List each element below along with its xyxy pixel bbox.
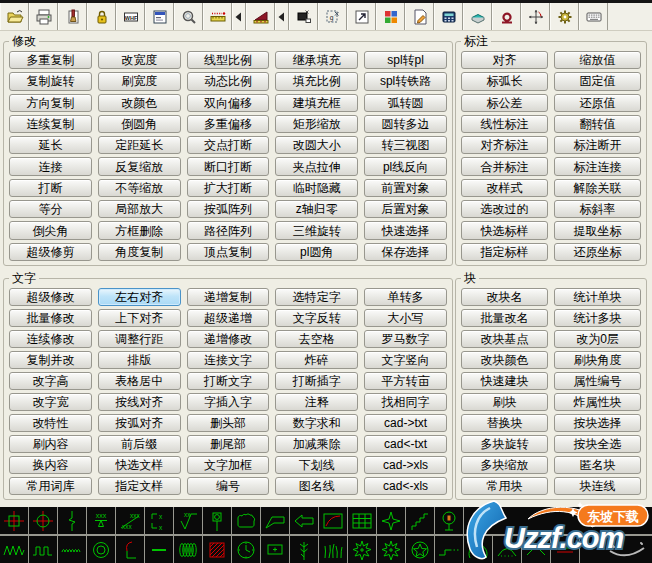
tile-star-four[interactable]: [377, 507, 405, 534]
modify-command-button[interactable]: 局部放大: [98, 200, 181, 218]
block-command-button[interactable]: 批量改名: [461, 309, 548, 327]
tile-target-circle[interactable]: [29, 507, 57, 534]
modify-command-button[interactable]: 交点打断: [187, 136, 270, 154]
modify-command-button[interactable]: 改颜色: [98, 94, 181, 112]
block-command-button[interactable]: 常用块: [461, 477, 548, 495]
text-command-button[interactable]: 左右对齐: [98, 288, 181, 306]
tile-grass[interactable]: [319, 536, 347, 563]
tile-concentric-rings[interactable]: [87, 536, 115, 563]
text-command-button[interactable]: 文字加框: [187, 456, 270, 474]
modify-command-button[interactable]: 倒圆角: [98, 115, 181, 133]
text-command-button[interactable]: 改字高: [9, 372, 92, 390]
text-command-button[interactable]: 按线对齐: [98, 393, 181, 411]
gear-button[interactable]: [550, 3, 579, 30]
tile-table-grid[interactable]: [348, 507, 376, 534]
text-command-button[interactable]: 找相同字: [364, 393, 447, 411]
text-command-button[interactable]: 改特性: [9, 414, 92, 432]
keyboard-button[interactable]: [579, 3, 608, 30]
text-command-button[interactable]: 文字竖向: [364, 351, 447, 369]
text-command-button[interactable]: 换内容: [9, 456, 92, 474]
modify-command-button[interactable]: 双向偏移: [187, 94, 270, 112]
dimension-command-button[interactable]: 标弧长: [461, 72, 548, 90]
block-command-button[interactable]: 刷块角度: [554, 351, 641, 369]
tile-parallel-lines[interactable]: [551, 536, 579, 563]
text-command-button[interactable]: 炸碎: [275, 351, 358, 369]
dimension-command-button[interactable]: 标注连接: [554, 157, 641, 175]
modify-command-button[interactable]: 继承填充: [275, 51, 358, 69]
dimension-command-button[interactable]: 缩放值: [554, 51, 641, 69]
screen-capture-button[interactable]: [289, 3, 318, 30]
modify-command-button[interactable]: 复制旋转: [9, 72, 92, 90]
block-command-button[interactable]: 按块全选: [554, 435, 641, 453]
tile-slope-xxx[interactable]: xxxxxx: [116, 507, 144, 534]
modify-command-button[interactable]: 不等缩放: [98, 179, 181, 197]
whf-block-button[interactable]: WHF: [116, 3, 145, 30]
modify-command-button[interactable]: 多重偏移: [187, 115, 270, 133]
text-command-button[interactable]: 递增修改: [187, 330, 270, 348]
modify-command-button[interactable]: 超级修剪: [9, 243, 92, 261]
text-command-button[interactable]: cad<-xls: [364, 477, 447, 495]
modify-command-button[interactable]: 动态比例: [187, 72, 270, 90]
modify-command-button[interactable]: 快速选择: [364, 221, 447, 239]
tile-dome-dots[interactable]: [493, 536, 521, 563]
text-command-button[interactable]: cad<-txt: [364, 435, 447, 453]
modify-command-button[interactable]: 三维旋转: [275, 221, 358, 239]
text-command-button[interactable]: 注释: [275, 393, 358, 411]
modify-command-button[interactable]: 保存选择: [364, 243, 447, 261]
modify-command-button[interactable]: 改宽度: [98, 51, 181, 69]
modify-command-button[interactable]: 定距延长: [98, 136, 181, 154]
modify-command-button[interactable]: 方框删除: [98, 221, 181, 239]
open-folder-button[interactable]: [0, 3, 29, 30]
modify-command-button[interactable]: 前置对象: [364, 179, 447, 197]
text-command-button[interactable]: 平方转亩: [364, 372, 447, 390]
block-command-button[interactable]: 改块颜色: [461, 351, 548, 369]
modify-command-button[interactable]: 后置对象: [364, 200, 447, 218]
block-command-button[interactable]: 按块选择: [554, 414, 641, 432]
text-command-button[interactable]: 打断插字: [275, 372, 358, 390]
tile-dash-line[interactable]: [145, 536, 173, 563]
modify-command-button[interactable]: 线型比例: [187, 51, 270, 69]
tile-corner-marks[interactable]: xx: [145, 507, 173, 534]
text-command-button[interactable]: 连接文字: [187, 351, 270, 369]
modify-command-button[interactable]: 填充比例: [275, 72, 358, 90]
text-command-button[interactable]: 连续修改: [9, 330, 92, 348]
dimension-command-button[interactable]: 解除关联: [554, 179, 641, 197]
magnet-button[interactable]: [492, 3, 521, 30]
tile-pole-circle[interactable]: [435, 507, 463, 534]
dimension-command-button[interactable]: 改样式: [461, 179, 548, 197]
dimension-command-button[interactable]: 标注断开: [554, 136, 641, 154]
text-command-button[interactable]: 删头部: [187, 414, 270, 432]
tile-chevron-roof[interactable]: [522, 536, 550, 563]
modify-command-button[interactable]: 延长: [9, 136, 92, 154]
text-command-button[interactable]: 批量修改: [9, 309, 92, 327]
text-command-button[interactable]: 罗马数字: [364, 330, 447, 348]
text-command-button[interactable]: 超级递增: [187, 309, 270, 327]
modify-command-button[interactable]: 等分: [9, 200, 92, 218]
text-command-button[interactable]: 数字求和: [275, 414, 358, 432]
text-command-button[interactable]: 选特定字: [275, 288, 358, 306]
text-command-button[interactable]: 常用词库: [9, 477, 92, 495]
tile-zigzag-wave[interactable]: [0, 536, 28, 563]
block-command-button[interactable]: 炸属性块: [554, 393, 641, 411]
block-command-button[interactable]: 改为0层: [554, 330, 641, 348]
flyout-left-button[interactable]: [275, 3, 289, 30]
tile-arc-circle[interactable]: [464, 536, 492, 563]
layer-book-button[interactable]: [463, 3, 492, 30]
text-command-button[interactable]: 删尾部: [187, 435, 270, 453]
tile-rect-plus[interactable]: [261, 536, 289, 563]
tile-gear-star[interactable]: [348, 536, 376, 563]
tile-red-curve[interactable]: [319, 507, 347, 534]
modify-command-button[interactable]: 临时隐藏: [275, 179, 358, 197]
dimension-command-button[interactable]: 还原坐标: [554, 243, 641, 261]
text-command-button[interactable]: 上下对齐: [98, 309, 181, 327]
block-command-button[interactable]: 多块旋转: [461, 435, 548, 453]
modify-command-button[interactable]: 改圆大小: [275, 136, 358, 154]
text-command-button[interactable]: 调整行距: [98, 330, 181, 348]
block-command-button[interactable]: 统计多块: [554, 309, 641, 327]
text-command-button[interactable]: 快选文样: [98, 456, 181, 474]
tile-small-wave[interactable]: [58, 536, 86, 563]
tile-square-wave[interactable]: [29, 536, 57, 563]
text-command-button[interactable]: cad->txt: [364, 414, 447, 432]
block-command-button[interactable]: 替换块: [461, 414, 548, 432]
dimension-command-button[interactable]: 指定标样: [461, 243, 548, 261]
